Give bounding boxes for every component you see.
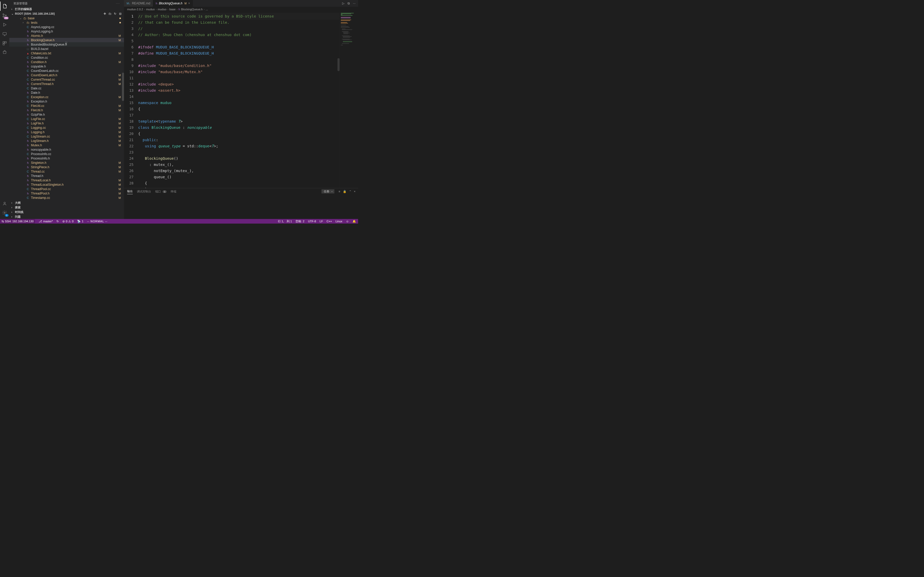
breadcrumbs[interactable]: muduo-2.0.2› muduo› muduo› base› h Block…	[124, 7, 358, 12]
indent-indicator[interactable]: 空格: 2	[296, 219, 304, 223]
bell-icon[interactable]: 🔔	[352, 220, 356, 223]
crumb[interactable]: muduo	[158, 8, 166, 11]
activity-remote[interactable]	[0, 29, 9, 39]
crumb[interactable]: ...	[206, 8, 208, 11]
file-item[interactable]: hGzipFile.h	[9, 112, 124, 117]
timeline-header[interactable]: ›时间线	[9, 210, 124, 214]
file-item[interactable]: CException.ccM	[9, 95, 124, 99]
feedback-icon[interactable]: ☺	[346, 220, 349, 223]
file-item[interactable]: hBoundedBlockingQueue.h	[9, 42, 124, 47]
close-icon[interactable]: ×	[354, 190, 355, 193]
file-item[interactable]: CDate.cc	[9, 86, 124, 90]
file-item[interactable]: CLogFile.ccM	[9, 117, 124, 121]
sidebar-scroll-thumb[interactable]	[122, 73, 124, 101]
language-indicator[interactable]: C++	[327, 220, 332, 223]
file-item[interactable]: hAtomic.hM	[9, 34, 124, 38]
problems-header[interactable]: ›问题	[9, 214, 124, 219]
file-item[interactable]: hStringPiece.hM	[9, 165, 124, 169]
panel-tab-terminal[interactable]: 终端	[171, 189, 176, 194]
file-item[interactable]: CThread.ccM	[9, 169, 124, 174]
file-item[interactable]: hThreadLocal.hM	[9, 178, 124, 182]
file-item[interactable]: CCondition.cc	[9, 55, 124, 60]
sync-button[interactable]: ↻	[57, 220, 59, 223]
file-item[interactable]: CLogStream.ccM	[9, 134, 124, 139]
file-item[interactable]: hnoncopyable.h	[9, 147, 124, 152]
file-item[interactable]: □BUILD.bazel	[9, 47, 124, 51]
output-filter-select[interactable]: 任务	[321, 189, 334, 193]
remote-indicator[interactable]: ⇆ SSH: 192.168.194.130	[0, 219, 35, 224]
panel-tab-debug[interactable]: 调试控制台	[137, 189, 151, 194]
open-editors-header[interactable]: › 打开的编辑器	[9, 7, 124, 11]
activity-scm[interactable]: 75	[0, 11, 9, 20]
branch-indicator[interactable]: ⎇ master*	[39, 220, 53, 223]
code-content[interactable]: // Use of this source code is governed b…	[138, 12, 358, 188]
file-item[interactable]: ▲CMakeLists.txtM	[9, 51, 124, 55]
split-icon[interactable]: ⧉	[347, 2, 350, 5]
file-item[interactable]: hThread.h	[9, 174, 124, 178]
file-item[interactable]: hCountDownLatch.hM	[9, 73, 124, 77]
errors-indicator[interactable]: ⊘0 ⚠0	[62, 220, 73, 223]
file-item[interactable]: hAsyncLogging.h	[9, 29, 124, 34]
crumb[interactable]: base	[170, 8, 176, 11]
file-item[interactable]: hThreadLocalSingleton.hM	[9, 182, 124, 187]
root-header[interactable]: ⌄ ROOT [SSH: 192.168.194.130] ✚ 🗀 ↻ ⊟	[9, 11, 124, 16]
file-item[interactable]: hBlockingQueue.hM	[9, 38, 124, 42]
activity-run[interactable]	[0, 20, 9, 29]
file-item[interactable]: CCurrentThread.ccM	[9, 77, 124, 82]
crumb[interactable]: BlockingQueue.h	[181, 8, 203, 11]
file-item[interactable]: hFileUtil.hM	[9, 108, 124, 112]
file-item[interactable]: hLogFile.hM	[9, 121, 124, 126]
refresh-icon[interactable]: ↻	[113, 12, 117, 15]
panel-tab-ports[interactable]: 端口 1	[155, 189, 166, 194]
file-item[interactable]: hTimestamp.hM	[9, 200, 124, 200]
file-item[interactable]: CAsyncLogging.cc	[9, 25, 124, 29]
file-item[interactable]: hException.h	[9, 99, 124, 103]
file-item[interactable]: hLogStream.hM	[9, 139, 124, 143]
output-filter[interactable]: 任务	[321, 189, 334, 193]
search-header[interactable]: ›搜索	[9, 205, 124, 210]
outline-header[interactable]: ›大纲	[9, 200, 124, 205]
crumb[interactable]: muduo-2.0.2	[127, 8, 143, 11]
file-item[interactable]: hLogging.hM	[9, 130, 124, 134]
collapse-icon[interactable]: ⊟	[118, 12, 122, 15]
new-file-icon[interactable]: ✚	[103, 12, 107, 15]
os-indicator[interactable]: Linux	[335, 220, 342, 223]
file-item[interactable]: CFileUtil.ccM	[9, 103, 124, 108]
folder-tests[interactable]: › 🗀 tests	[9, 20, 124, 25]
file-item[interactable]: CThreadPool.ccM	[9, 187, 124, 191]
tab-readme[interactable]: M↓ README.md	[124, 0, 153, 7]
file-item[interactable]: hSingleton.hM	[9, 161, 124, 165]
tab-blockingqueue[interactable]: h BlockingQueue.h M ×	[153, 0, 193, 7]
sidebar-more-icon[interactable]: ···	[116, 2, 120, 5]
line-col[interactable]: 行 1, 列 1	[278, 219, 292, 223]
file-item[interactable]: hCurrentThread.hM	[9, 82, 124, 86]
activity-account[interactable]	[0, 199, 9, 208]
encoding-indicator[interactable]: UTF-8	[308, 220, 316, 223]
more-icon[interactable]: ···	[353, 2, 355, 5]
editor-scroll-thumb[interactable]	[338, 58, 339, 71]
file-item[interactable]: hThreadPool.hM	[9, 191, 124, 195]
activity-extensions[interactable]	[0, 39, 9, 48]
close-icon[interactable]: ×	[188, 2, 190, 5]
panel-tab-output[interactable]: 输出	[127, 189, 133, 194]
list-icon[interactable]: ≡	[339, 190, 340, 193]
crumb[interactable]: muduo	[146, 8, 155, 11]
file-item[interactable]: CTimestamp.ccM	[9, 195, 124, 200]
activity-explorer[interactable]	[0, 2, 9, 11]
folder-base[interactable]: ⌄ 🗀 base	[9, 16, 124, 20]
file-item[interactable]: CProcessInfo.cc	[9, 152, 124, 156]
minimap[interactable]	[339, 12, 358, 188]
file-item[interactable]: hCondition.hM	[9, 60, 124, 64]
file-item[interactable]: hcopyable.h	[9, 64, 124, 69]
chevron-up-icon[interactable]: ⌃	[349, 190, 351, 193]
code-editor[interactable]: 1234567891011121314151617181920212223242…	[124, 12, 358, 188]
run-icon[interactable]: ▷	[342, 2, 344, 5]
activity-settings[interactable]: 1	[0, 208, 9, 218]
file-item[interactable]: hProcessInfo.h	[9, 156, 124, 161]
ports-indicator[interactable]: 📡1	[77, 220, 83, 223]
new-folder-icon[interactable]: 🗀	[108, 12, 111, 15]
activity-marketplace[interactable]	[0, 48, 9, 57]
file-item[interactable]: CLogging.ccM	[9, 126, 124, 130]
file-item[interactable]: hDate.h	[9, 90, 124, 95]
eol-indicator[interactable]: LF	[320, 220, 323, 223]
